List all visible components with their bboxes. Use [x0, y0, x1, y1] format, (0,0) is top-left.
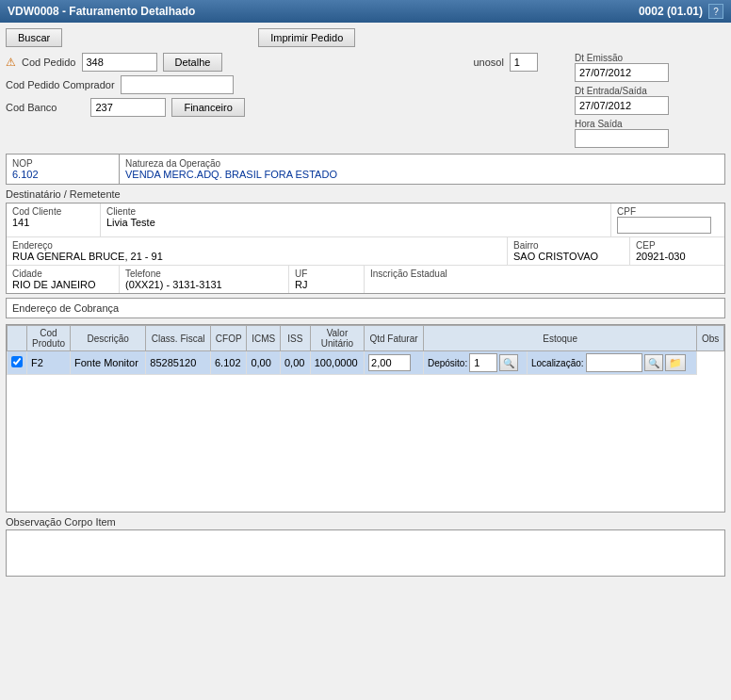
help-button[interactable]: ? [708, 4, 723, 19]
row-checkbox[interactable] [11, 356, 23, 367]
data-table-container: CodProduto Descrição Class. Fiscal CFOP … [6, 324, 725, 513]
dest-row-2: Endereço RUA GENERAL BRUCE, 21 - 91 Bair… [7, 237, 724, 266]
dt-emissao-field: Dt Emissão [575, 53, 725, 82]
nop-section: NOP 6.102 Natureza da Operação VENDA MER… [6, 154, 725, 185]
toolbar: Buscar Imprimir Pedido [6, 28, 725, 47]
obs-box [6, 529, 725, 577]
hora-saida-label: Hora Saída [575, 119, 725, 129]
app-title: VDW0008 - Faturamento Detalhado [8, 5, 195, 18]
cliente-label: Cliente [106, 206, 605, 217]
deposito-search-btn[interactable]: 🔍 [499, 354, 518, 371]
bairro-label: Bairro [513, 240, 624, 251]
col-obs: Obs [697, 326, 724, 351]
cep-cell: CEP 20921-030 [630, 237, 724, 265]
imprimir-button[interactable]: Imprimir Pedido [258, 28, 355, 47]
cod-pedido-input[interactable] [82, 53, 157, 72]
obs-section: Observação Corpo Item [6, 516, 725, 577]
uf-value: RJ [295, 279, 358, 290]
cidade-label: Cidade [12, 269, 113, 279]
cliente-value: Livia Teste [106, 217, 605, 228]
unosol-value: unosol [473, 57, 503, 68]
table-row: F2 Fonte Monitor 85285120 6.102 0,00 0,0… [8, 351, 724, 375]
warning-icon: ⚠ [6, 56, 16, 69]
cpf-cell: CPF [611, 203, 724, 236]
dt-entrada-label: Dt Entrada/Saída [575, 86, 725, 96]
cod-banco-label: Cod Banco [6, 102, 57, 113]
row-localizacao-cell: Localização: 🔍 📁 [527, 351, 696, 375]
buscar-button[interactable]: Buscar [6, 28, 62, 47]
dt-entrada-input[interactable] [575, 96, 669, 115]
cod-cliente-value: 141 [12, 217, 94, 228]
row-checkbox-cell[interactable] [8, 351, 27, 375]
col-cfop: CFOP [211, 326, 247, 351]
col-estoque: Estoque [423, 326, 696, 351]
end-cobranca-section: Endereço de Cobrança [6, 298, 725, 318]
telefone-value: (0XX21) - 3131-3131 [125, 279, 283, 290]
cod-pedido-label: Cod Pedido [22, 57, 76, 68]
cod-cliente-cell: Cod Cliente 141 [7, 203, 101, 236]
cod-pedido-comprador-input[interactable] [121, 75, 234, 94]
cpf-label: CPF [617, 206, 719, 217]
row-icms: 0,00 [247, 351, 281, 375]
endereco-value: RUA GENERAL BRUCE, 21 - 91 [12, 251, 501, 262]
dest-row-1: Cod Cliente 141 Cliente Livia Teste CPF [7, 203, 724, 237]
nop-value: 6.102 [12, 169, 113, 180]
cidade-cell: Cidade RIO DE JANEIRO [7, 266, 120, 293]
row-cfop: 6.102 [211, 351, 247, 375]
hora-saida-field: Hora Saída [575, 119, 725, 148]
natureza-value: VENDA MERC.ADQ. BRASIL FORA ESTADO [125, 169, 719, 180]
dt-emissao-label: Dt Emissão [575, 53, 725, 63]
dest-section: Cod Cliente 141 Cliente Livia Teste CPF … [6, 203, 725, 294]
dt-emissao-input[interactable] [575, 63, 669, 82]
obs-label: Observação Corpo Item [6, 516, 725, 528]
cep-label: CEP [636, 240, 719, 251]
endereco-label: Endereço [12, 240, 501, 251]
products-table: CodProduto Descrição Class. Fiscal CFOP … [7, 325, 724, 375]
row-cod-produto: F2 [27, 351, 71, 375]
title-bar: VDW0008 - Faturamento Detalhado 0002 (01… [0, 0, 731, 23]
col-class-fiscal: Class. Fiscal [146, 326, 211, 351]
col-descricao: Descrição [71, 326, 146, 351]
col-qtd-faturar: Qtd Faturar [365, 326, 424, 351]
cidade-value: RIO DE JANEIRO [12, 279, 113, 290]
col-valor-unitario: ValorUnitário [310, 326, 364, 351]
detalhe-button[interactable]: Detalhe [163, 53, 223, 72]
nop-label: NOP [12, 158, 113, 169]
cod-cliente-label: Cod Cliente [12, 206, 94, 217]
inscricao-label: Inscrição Estadual [370, 269, 719, 279]
cod-banco-input[interactable] [90, 98, 166, 117]
deposito-input[interactable] [469, 353, 497, 372]
localizacao-folder-btn[interactable]: 📁 [665, 354, 686, 371]
row-qtd-faturar[interactable] [365, 351, 424, 375]
financeiro-button[interactable]: Financeiro [171, 98, 244, 117]
uf-cell: UF RJ [289, 266, 365, 293]
end-cobranca-label: Endereço de Cobrança [12, 302, 119, 314]
cpf-input[interactable] [617, 217, 711, 234]
dest-section-label: Destinatário / Remetente [6, 188, 725, 200]
cod-pedido-comprador-label: Cod Pedido Comprador [6, 79, 115, 90]
col-iss: ISS [280, 326, 310, 351]
bairro-cell: Bairro SAO CRISTOVAO [508, 237, 630, 265]
table-header-row: CodProduto Descrição Class. Fiscal CFOP … [8, 326, 724, 351]
localizacao-search-btn[interactable]: 🔍 [644, 354, 663, 371]
cliente-cell: Cliente Livia Teste [101, 203, 611, 236]
row-valor-unitario: 100,0000 [310, 351, 364, 375]
telefone-label: Telefone [125, 269, 283, 279]
uf-label: UF [295, 269, 358, 279]
row-class-fiscal: 85285120 [146, 351, 211, 375]
localizacao-input[interactable] [586, 353, 642, 372]
dest-row-3: Cidade RIO DE JANEIRO Telefone (0XX21) -… [7, 266, 724, 293]
row-descricao: Fonte Monitor [71, 351, 146, 375]
qtd-faturar-input[interactable] [368, 354, 411, 371]
unosol-num-input[interactable] [510, 53, 538, 72]
telefone-cell: Telefone (0XX21) - 3131-3131 [120, 266, 289, 293]
hora-saida-input[interactable] [575, 129, 669, 148]
dt-entrada-field: Dt Entrada/Saída [575, 86, 725, 115]
col-icms: ICMS [247, 326, 281, 351]
deposito-label: Depósito: [428, 358, 467, 368]
version-label: 0002 (01.01) [639, 5, 703, 18]
endereco-cell: Endereço RUA GENERAL BRUCE, 21 - 91 [7, 237, 508, 265]
row-deposito-cell: Depósito: 🔍 [423, 351, 527, 375]
col-cod-produto: CodProduto [27, 326, 71, 351]
inscricao-cell: Inscrição Estadual [365, 266, 724, 293]
